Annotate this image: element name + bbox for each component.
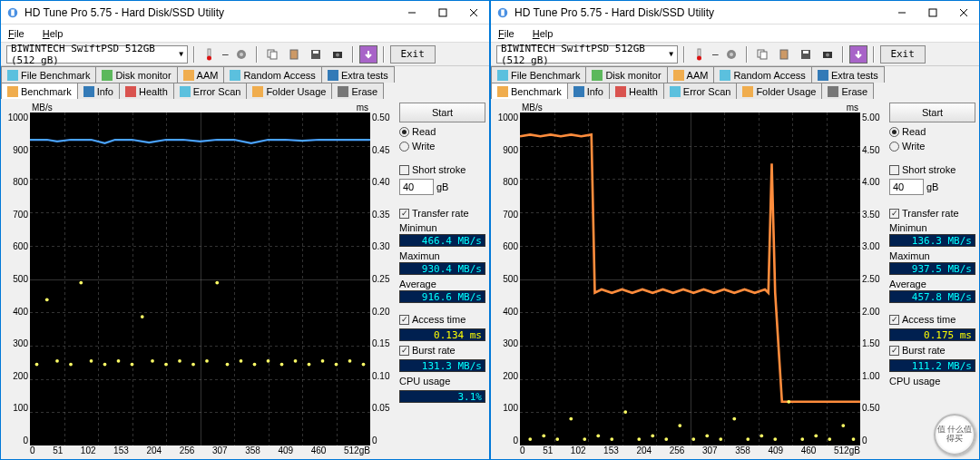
arrow-down-icon[interactable] (359, 45, 377, 64)
y-axis-right: 5.004.504.003.503.002.502.001.501.000.50… (860, 113, 886, 445)
svg-rect-56 (780, 50, 788, 59)
tab-extra-tests[interactable]: Extra tests (321, 66, 395, 83)
tab-disk-monitor[interactable]: Disk monitor (585, 66, 667, 83)
stat-burst-rate: 131.3 MB/s (399, 359, 485, 372)
gear-icon[interactable] (722, 45, 740, 64)
tab-random-access[interactable]: Random Access (223, 66, 321, 83)
tab-folder-usage[interactable]: Folder Usage (736, 83, 822, 99)
svg-point-33 (226, 363, 230, 367)
short-stroke-input[interactable]: 40 (399, 179, 434, 195)
svg-point-84 (841, 424, 845, 427)
svg-point-7 (207, 55, 211, 60)
tabs-row-1: File Benchmark Disk monitor AAM Random A… (1, 66, 489, 83)
tabs-row-1: File Benchmark Disk monitor AAM Random A… (491, 66, 979, 83)
radio-read[interactable]: Read (889, 126, 975, 137)
save-icon[interactable] (797, 45, 815, 64)
svg-point-77 (746, 437, 750, 441)
close-button[interactable] (948, 1, 979, 24)
svg-point-24 (117, 359, 121, 363)
check-transfer-rate[interactable]: Transfer rate (399, 208, 485, 219)
svg-point-74 (705, 434, 709, 437)
tab-erase[interactable]: Erase (331, 83, 384, 99)
radio-write[interactable]: Write (889, 141, 975, 152)
stat-maximum: 937.5 MB/s (889, 262, 975, 275)
menu-file[interactable]: File (5, 27, 28, 40)
check-transfer-rate[interactable]: Transfer rate (889, 208, 975, 219)
drive-selector[interactable]: BIWINTECH SwiftPSD 512GB (512 gB)▼ (496, 45, 678, 64)
exit-button[interactable]: Exit (880, 45, 926, 64)
gear-icon[interactable] (232, 45, 250, 64)
svg-point-62 (542, 434, 545, 437)
save-icon[interactable] (307, 45, 325, 64)
svg-point-73 (691, 437, 695, 441)
check-access-time[interactable]: Access time (889, 314, 975, 325)
start-button[interactable]: Start (889, 103, 975, 122)
tab-erase[interactable]: Erase (821, 83, 874, 99)
x-axis: 051102153204256307358409460512gB (495, 445, 886, 455)
y-left-label: MB/s (522, 103, 543, 113)
tab-health[interactable]: Health (609, 83, 664, 99)
tab-file-benchmark[interactable]: File Benchmark (491, 66, 586, 83)
svg-point-29 (178, 359, 181, 363)
window-title: HD Tune Pro 5.75 - Hard Disk/SSD Utility (514, 6, 887, 19)
camera-icon[interactable] (328, 45, 347, 64)
tabs-row-2: Benchmark Info Health Error Scan Folder … (1, 83, 489, 99)
copy-icon[interactable] (753, 45, 771, 64)
close-button[interactable] (458, 1, 489, 24)
svg-point-79 (773, 437, 777, 441)
tab-error-scan[interactable]: Error Scan (173, 83, 248, 99)
check-short-stroke[interactable]: Short stroke (399, 164, 485, 175)
paste-icon[interactable] (775, 45, 793, 64)
paste-icon[interactable] (285, 45, 303, 64)
svg-point-83 (828, 437, 831, 441)
minimize-button[interactable] (397, 1, 427, 24)
thermometer-icon[interactable] (691, 45, 709, 64)
menubar: File Help (491, 24, 979, 43)
svg-point-22 (90, 359, 93, 363)
menu-help[interactable]: Help (529, 27, 557, 40)
y-axis-left: 10009008007006005004003002001000 (5, 113, 30, 445)
radio-read[interactable]: Read (399, 126, 485, 137)
y-right-label: ms (357, 103, 368, 113)
copy-icon[interactable] (263, 45, 281, 64)
tab-benchmark[interactable]: Benchmark (1, 83, 78, 99)
camera-icon[interactable] (818, 45, 837, 64)
menu-file[interactable]: File (495, 27, 518, 40)
tab-extra-tests[interactable]: Extra tests (811, 66, 885, 83)
radio-write[interactable]: Write (399, 141, 485, 152)
menu-help[interactable]: Help (39, 27, 67, 40)
tab-folder-usage[interactable]: Folder Usage (246, 83, 332, 99)
arrow-down-icon[interactable] (849, 45, 867, 64)
check-burst-rate[interactable]: Burst rate (399, 345, 485, 356)
tab-benchmark[interactable]: Benchmark (491, 83, 568, 99)
tab-info[interactable]: Info (77, 83, 120, 99)
drive-selector[interactable]: BIWINTECH SwiftPSD 512GB (512 gB)▼ (6, 45, 188, 64)
tab-random-access[interactable]: Random Access (713, 66, 811, 83)
tab-health[interactable]: Health (119, 83, 174, 99)
maximize-button[interactable] (427, 1, 458, 24)
svg-point-81 (800, 437, 804, 441)
tab-file-benchmark[interactable]: File Benchmark (1, 66, 96, 83)
check-burst-rate[interactable]: Burst rate (889, 345, 975, 356)
access-scatter (520, 113, 860, 445)
start-button[interactable]: Start (399, 103, 485, 122)
svg-point-18 (45, 298, 49, 301)
tab-aam[interactable]: AAM (667, 66, 715, 83)
y-right-label: ms (847, 103, 858, 113)
tab-error-scan[interactable]: Error Scan (663, 83, 738, 99)
maximize-button[interactable] (917, 1, 948, 24)
minimize-button[interactable] (887, 1, 917, 24)
svg-point-26 (141, 315, 144, 318)
thermometer-icon[interactable] (201, 45, 219, 64)
check-short-stroke[interactable]: Short stroke (889, 164, 975, 175)
exit-button[interactable]: Exit (390, 45, 436, 64)
tab-disk-monitor[interactable]: Disk monitor (95, 66, 177, 83)
hdtune-window-right: HD Tune Pro 5.75 - Hard Disk/SSD Utility… (490, 0, 980, 460)
tab-info[interactable]: Info (567, 83, 610, 99)
tab-aam[interactable]: AAM (177, 66, 225, 83)
short-stroke-input[interactable]: 40 (889, 179, 924, 195)
window-title: HD Tune Pro 5.75 - Hard Disk/SSD Utility (24, 6, 397, 19)
check-access-time[interactable]: Access time (399, 314, 485, 325)
app-icon (6, 6, 19, 19)
svg-point-36 (267, 359, 270, 363)
